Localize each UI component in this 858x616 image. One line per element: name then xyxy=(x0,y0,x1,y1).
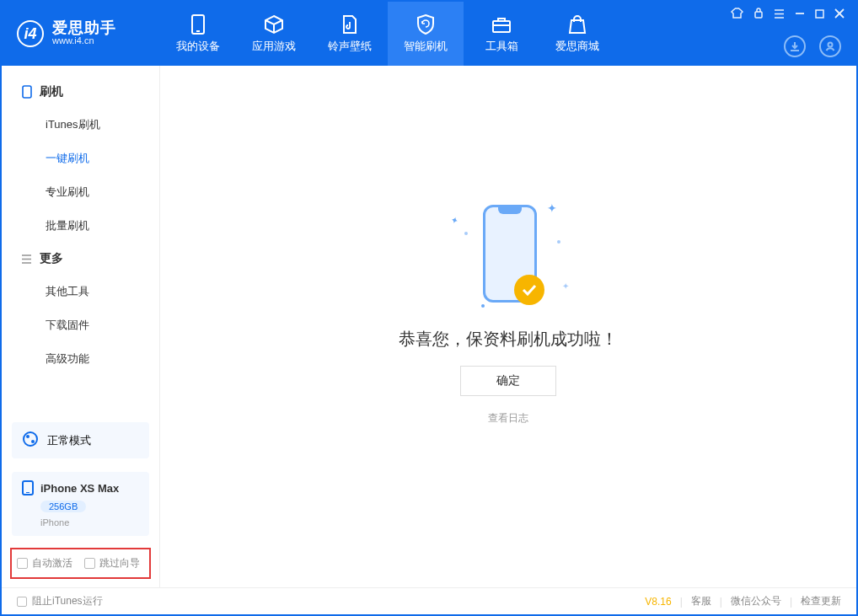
window-controls xyxy=(731,7,845,21)
device-type: iPhone xyxy=(40,517,139,528)
list-icon xyxy=(20,254,33,264)
mode-label: 正常模式 xyxy=(47,433,91,448)
tab-smart-flash[interactable]: 智能刷机 xyxy=(388,2,464,66)
phone-illustration-icon xyxy=(483,205,537,303)
svg-rect-9 xyxy=(816,10,823,18)
checkbox-label: 自动激活 xyxy=(32,556,72,570)
music-file-icon xyxy=(339,13,361,35)
phone-outline-icon xyxy=(20,85,33,99)
sidebar-item-download-firmware[interactable]: 下载固件 xyxy=(2,308,159,342)
sidebar-group-flash: 刷机 xyxy=(2,76,159,108)
status-bar: 阻止iTunes运行 V8.16 | 客服 | 微信公众号 | 检查更新 xyxy=(2,587,856,614)
sidebar-item-other-tools[interactable]: 其他工具 xyxy=(2,275,159,308)
nav-label: 爱思商城 xyxy=(555,39,599,54)
nav-tabs: 我的设备 应用游戏 铃声壁纸 智能刷机 工具箱 爱思商城 xyxy=(160,2,615,66)
menu-icon[interactable] xyxy=(774,8,785,21)
dot-icon xyxy=(557,240,560,244)
phone-icon xyxy=(187,13,209,35)
lock-icon[interactable] xyxy=(753,7,764,21)
sidebar-group-more: 更多 xyxy=(2,243,159,275)
sidebar-item-batch-flash[interactable]: 批量刷机 xyxy=(2,209,159,243)
svg-point-12 xyxy=(829,43,833,47)
check-badge-icon xyxy=(514,275,544,305)
view-log-link[interactable]: 查看日志 xyxy=(488,411,528,426)
app-window: i4 爱思助手 www.i4.cn 我的设备 应用游戏 铃声壁纸 智能刷机 xyxy=(0,0,858,616)
device-phone-icon xyxy=(22,480,34,495)
checkbox-block-itunes[interactable]: 阻止iTunes运行 xyxy=(17,594,103,608)
maximize-button[interactable] xyxy=(815,8,824,21)
device-name: iPhone XS Max xyxy=(40,482,119,495)
nav-label: 工具箱 xyxy=(485,39,518,54)
success-panel: ✦ ✦ ✦ 恭喜您，保资料刷机成功啦！ 确定 查看日志 xyxy=(399,195,618,426)
sidebar-options-highlight: 自动激活 跳过向导 xyxy=(10,548,151,579)
tshirt-icon[interactable] xyxy=(731,8,743,21)
toolbox-icon xyxy=(491,13,512,35)
footer-link-check-update[interactable]: 检查更新 xyxy=(801,594,841,608)
svg-rect-13 xyxy=(23,86,31,98)
svg-point-18 xyxy=(26,435,29,438)
sidebar-item-advanced[interactable]: 高级功能 xyxy=(2,342,159,376)
version-label: V8.16 xyxy=(645,596,671,608)
nav-label: 应用游戏 xyxy=(252,39,296,54)
tab-store[interactable]: 爱思商城 xyxy=(539,2,615,66)
device-capacity: 256GB xyxy=(40,501,86,512)
checkbox-auto-activate[interactable]: 自动激活 xyxy=(17,556,72,570)
checkbox-skip-guide[interactable]: 跳过向导 xyxy=(84,556,140,570)
logo-icon: i4 xyxy=(17,20,44,47)
tab-toolbox[interactable]: 工具箱 xyxy=(464,2,539,66)
footer-link-support[interactable]: 客服 xyxy=(691,594,711,608)
ok-button[interactable]: 确定 xyxy=(460,366,556,396)
device-mode-box[interactable]: 正常模式 xyxy=(12,422,149,458)
dot-icon xyxy=(481,304,485,308)
close-button[interactable] xyxy=(834,8,845,21)
tab-ringtones-wallpapers[interactable]: 铃声壁纸 xyxy=(312,2,388,66)
tab-my-device[interactable]: 我的设备 xyxy=(160,2,236,66)
nav-label: 铃声壁纸 xyxy=(328,39,372,54)
main-content: ✦ ✦ ✦ 恭喜您，保资料刷机成功啦！ 确定 查看日志 xyxy=(160,66,856,587)
sparkle-icon: ✦ xyxy=(547,201,557,215)
app-logo[interactable]: i4 爱思助手 www.i4.cn xyxy=(2,2,160,66)
nav-label: 我的设备 xyxy=(176,39,220,54)
footer-link-wechat[interactable]: 微信公众号 xyxy=(731,594,781,608)
svg-point-19 xyxy=(31,440,35,443)
sidebar-group-title: 更多 xyxy=(40,251,63,266)
shopping-bag-icon xyxy=(566,13,588,35)
user-button[interactable] xyxy=(819,35,841,57)
nav-label: 智能刷机 xyxy=(404,39,448,54)
tab-apps-games[interactable]: 应用游戏 xyxy=(236,2,312,66)
checkbox-icon xyxy=(17,558,28,569)
app-domain: www.i4.cn xyxy=(52,35,116,46)
sidebar-group-title: 刷机 xyxy=(40,84,63,99)
svg-rect-4 xyxy=(755,12,762,18)
success-illustration: ✦ ✦ ✦ xyxy=(449,195,567,313)
app-name: 爱思助手 xyxy=(52,20,116,35)
sidebar-item-one-click-flash[interactable]: 一键刷机 xyxy=(2,142,159,175)
header: i4 爱思助手 www.i4.cn 我的设备 应用游戏 铃声壁纸 智能刷机 xyxy=(2,2,856,66)
svg-point-17 xyxy=(24,432,37,446)
minimize-button[interactable] xyxy=(795,8,805,21)
checkbox-icon xyxy=(17,597,27,607)
sparkle-icon: ✦ xyxy=(449,214,459,227)
checkbox-label: 跳过向导 xyxy=(99,556,140,570)
sidebar-item-itunes-flash[interactable]: iTunes刷机 xyxy=(2,108,159,142)
device-info-box[interactable]: iPhone XS Max 256GB iPhone xyxy=(12,472,149,536)
mode-icon xyxy=(22,431,39,450)
cube-icon xyxy=(263,13,285,35)
body: 刷机 iTunes刷机 一键刷机 专业刷机 批量刷机 更多 其他工具 下载固件 … xyxy=(2,66,856,587)
download-button[interactable] xyxy=(784,35,806,57)
sidebar: 刷机 iTunes刷机 一键刷机 专业刷机 批量刷机 更多 其他工具 下载固件 … xyxy=(2,66,160,587)
sparkle-icon: ✦ xyxy=(562,281,569,291)
success-message: 恭喜您，保资料刷机成功啦！ xyxy=(399,328,618,351)
shield-refresh-icon xyxy=(415,13,437,35)
sidebar-item-pro-flash[interactable]: 专业刷机 xyxy=(2,175,159,209)
svg-rect-2 xyxy=(493,21,510,32)
dot-icon xyxy=(464,232,468,235)
checkbox-label: 阻止iTunes运行 xyxy=(32,594,103,608)
checkbox-icon xyxy=(84,558,95,569)
